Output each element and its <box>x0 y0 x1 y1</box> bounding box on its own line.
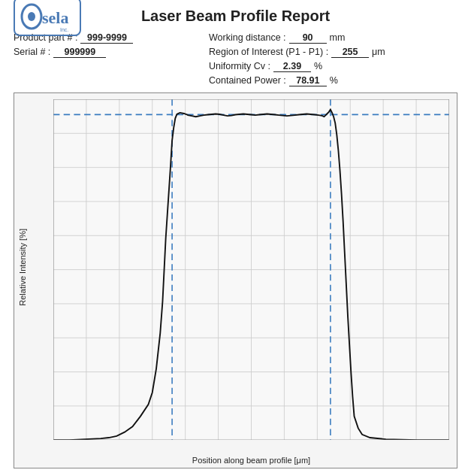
wd-unit: mm <box>330 32 346 43</box>
info-row-serial: Serial # : 999999 <box>14 47 209 58</box>
power-unit: % <box>330 75 338 86</box>
chart-svg: 0 10 20 30 40 50 60 70 80 90 100 -300 -2… <box>53 99 449 440</box>
chart-inner: Relative Intensity [%] <box>14 93 457 468</box>
svg-point-1 <box>28 12 35 21</box>
uniformity-unit: % <box>314 61 322 71</box>
y-axis-label: Relative Intensity [%] <box>18 229 27 306</box>
page: sela Inc. Laser Beam Profile Report Prod… <box>0 0 471 476</box>
info-row-wd: Working distance : 90 mm <box>209 32 457 44</box>
svg-text:sela: sela <box>42 8 68 27</box>
serial-label: Serial # : <box>14 47 50 57</box>
product-value: 999-9999 <box>80 32 133 44</box>
info-row-power: Contained Power : 78.91 % <box>209 75 457 86</box>
uniformity-label: Uniformity Cv : <box>209 61 270 71</box>
header: sela Inc. Laser Beam Profile Report <box>14 8 457 25</box>
power-label: Contained Power : <box>209 75 286 86</box>
logo: sela Inc. <box>14 0 81 36</box>
info-row-uniformity: Uniformity Cv : 2.39 % <box>209 61 457 72</box>
info-right: Working distance : 90 mm Region of Inter… <box>209 32 457 86</box>
x-axis-label: Position along beam profile [μm] <box>53 456 449 465</box>
report-title: Laser Beam Profile Report <box>141 8 330 25</box>
info-row-roi: Region of Interest (P1 - P1) : 255 μm <box>209 47 457 58</box>
wd-value: 90 <box>289 32 327 44</box>
wd-label: Working distance : <box>209 32 286 43</box>
uniformity-value: 2.39 <box>273 61 311 72</box>
info-left: Product part # : 999-9999 Serial # : 999… <box>14 32 209 86</box>
roi-value: 255 <box>331 47 369 58</box>
roi-unit: μm <box>372 47 385 57</box>
svg-text:Inc.: Inc. <box>60 27 68 32</box>
info-section: Product part # : 999-9999 Serial # : 999… <box>14 32 457 86</box>
power-value: 78.91 <box>289 75 327 86</box>
chart-container: Relative Intensity [%] <box>14 92 457 468</box>
roi-label: Region of Interest (P1 - P1) : <box>209 47 328 57</box>
serial-value: 999999 <box>53 47 106 58</box>
